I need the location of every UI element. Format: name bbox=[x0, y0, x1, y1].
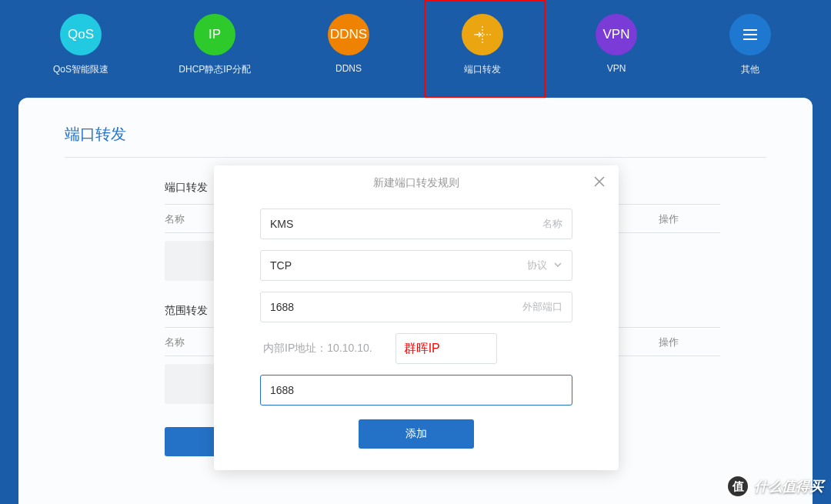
external-port-input[interactable] bbox=[270, 301, 515, 313]
page-title: 端口转发 bbox=[65, 124, 766, 158]
chevron-down-icon bbox=[553, 259, 562, 272]
internal-ip-prefix: 内部IP地址：10.10.10. bbox=[260, 342, 395, 355]
nav-other-label: 其他 bbox=[741, 63, 759, 76]
nav-vpn-label: VPN bbox=[607, 63, 626, 74]
nav-port-forward[interactable]: 端口转发 bbox=[440, 14, 525, 76]
nav-other[interactable]: 其他 bbox=[708, 14, 793, 76]
vpn-icon: VPN bbox=[596, 14, 637, 55]
protocol-label: 协议 bbox=[527, 259, 547, 272]
watermark-badge-icon: 值 bbox=[726, 475, 749, 498]
nav-qos-label: QoS智能限速 bbox=[53, 63, 108, 76]
ext-port-field-wrap[interactable]: 外部端口 bbox=[260, 292, 572, 322]
name-field-wrap[interactable]: 名称 bbox=[260, 209, 572, 239]
nav-vpn[interactable]: VPN VPN bbox=[574, 14, 659, 76]
qos-icon: QoS bbox=[60, 14, 102, 55]
name-input[interactable] bbox=[270, 218, 535, 230]
col-op-2: 操作 bbox=[659, 335, 720, 349]
nav-ip-label: DHCP静态IP分配 bbox=[179, 63, 250, 76]
ext-port-label: 外部端口 bbox=[522, 300, 562, 314]
internal-ip-row: 内部IP地址：10.10.10. 群晖IP bbox=[260, 333, 572, 364]
close-icon[interactable] bbox=[592, 175, 606, 191]
modal-header: 新建端口转发规则 bbox=[214, 165, 619, 201]
int-port-field-wrap[interactable] bbox=[260, 375, 572, 406]
tab-indicator-arrow bbox=[476, 103, 491, 112]
col-op: 操作 bbox=[659, 212, 720, 226]
modal-body: 名称 TCP 协议 外部端口 内部IP地址：10.10.10. 群晖IP 添加 bbox=[214, 201, 619, 470]
port-forward-icon bbox=[462, 14, 503, 55]
internal-ip-input[interactable]: 群晖IP bbox=[395, 333, 497, 364]
ddns-icon: DDNS bbox=[328, 14, 369, 55]
watermark: 值 什么值得买 bbox=[726, 475, 823, 498]
nav-ddns-label: DDNS bbox=[335, 63, 362, 74]
modal-title: 新建端口转发规则 bbox=[373, 176, 459, 190]
menu-icon bbox=[729, 14, 771, 55]
protocol-select[interactable]: TCP 协议 bbox=[260, 250, 572, 281]
nav-qos[interactable]: QoS QoS智能限速 bbox=[38, 14, 123, 76]
nav-ddns[interactable]: DDNS DDNS bbox=[306, 14, 391, 76]
watermark-text: 什么值得买 bbox=[754, 477, 823, 496]
protocol-value: TCP bbox=[270, 259, 519, 272]
nav-port-label: 端口转发 bbox=[464, 63, 501, 76]
new-rule-modal: 新建端口转发规则 名称 TCP 协议 外部端口 内部IP地址：10.10.10. bbox=[214, 165, 619, 470]
add-button[interactable]: 添加 bbox=[359, 419, 474, 449]
nav-ip[interactable]: IP DHCP静态IP分配 bbox=[172, 14, 257, 76]
top-nav: QoS QoS智能限速 IP DHCP静态IP分配 DDNS DDNS 端口转发… bbox=[0, 0, 831, 84]
internal-port-input[interactable] bbox=[270, 384, 562, 396]
name-field-label: 名称 bbox=[542, 217, 562, 231]
ip-icon: IP bbox=[194, 14, 235, 55]
